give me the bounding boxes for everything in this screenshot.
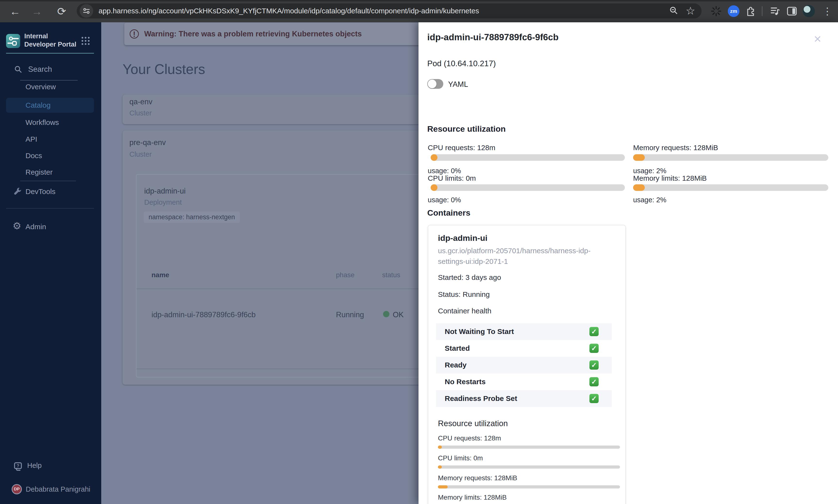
container-card: idp-admin-ui us.gcr.io/platform-205701/h…: [428, 225, 626, 504]
yaml-toggle[interactable]: [427, 79, 443, 89]
site-settings-icon[interactable]: [80, 4, 93, 18]
container-resource-heading: Resource utilization: [438, 419, 508, 428]
sidebar-item-help[interactable]: ? Help: [14, 462, 42, 470]
page-title: Your Clusters: [123, 61, 205, 77]
pod-phase-cell: Running: [336, 310, 364, 319]
metric-label: Memory limits: 128MiB: [633, 174, 707, 182]
metric-label: Memory requests: 128MiB: [438, 474, 517, 482]
sidebar-divider: [6, 208, 94, 209]
sidebar-divider: [6, 53, 94, 54]
user-name: Debabrata Panigrahi: [26, 485, 90, 493]
cluster-kind: Cluster: [129, 109, 152, 117]
search-in-page-icon[interactable]: [669, 5, 679, 16]
sidebar-item-overview[interactable]: Overview: [25, 83, 56, 91]
health-row: No Restarts ✓: [436, 374, 612, 390]
sidebar-item-catalog[interactable]: Catalog: [6, 98, 94, 113]
metric-usage: usage: 0%: [428, 167, 461, 175]
extensions-puzzle-icon[interactable]: [744, 5, 757, 17]
zoom-extension-icon[interactable]: zm: [727, 5, 740, 17]
sidebar-item-workflows[interactable]: Workflows: [25, 119, 59, 127]
browser-menu-icon[interactable]: ⋮: [821, 5, 834, 17]
metric-label: CPU limits: 0m: [438, 454, 483, 462]
pod-subtitle: Pod (10.64.10.217): [427, 59, 496, 68]
sidebar-item-register[interactable]: Register: [25, 168, 53, 176]
user-avatar: DP: [12, 484, 22, 494]
containers-heading: Containers: [427, 208, 470, 218]
metric-label: Memory limits: 128MiB: [438, 493, 507, 501]
bookmark-star-icon[interactable]: ☆: [686, 5, 695, 16]
column-header-phase: phase: [336, 271, 354, 279]
container-image: settings-ui:idp-2071-1: [438, 257, 508, 266]
check-icon: ✓: [589, 327, 599, 336]
cluster-name: pre-qa-env: [129, 138, 166, 147]
cpu-requests-bar: [431, 154, 625, 161]
namespace-chip: namespace: harness-nextgen: [144, 212, 240, 223]
check-icon: ✓: [589, 344, 599, 353]
loading-extension-icon[interactable]: [710, 5, 722, 17]
metric-label: CPU requests: 128m: [438, 434, 501, 442]
container-health-heading: Container health: [438, 307, 491, 315]
cpu-limits-bar: [431, 184, 625, 191]
search-icon: [14, 65, 22, 73]
cluster-name: qa-env: [129, 97, 153, 106]
status-ok-dot: [383, 311, 389, 317]
memory-requests-bar: [633, 154, 828, 161]
browser-toolbar: ← → ⟳ app.harness.io/ng/account/vpCkHKsD…: [0, 0, 838, 22]
search-underline: [20, 80, 78, 80]
container-image: us.gcr.io/platform-205701/harness/harnes…: [438, 247, 591, 255]
container-name: idp-admin-ui: [438, 233, 487, 243]
deployment-name: idp-admin-ui: [144, 187, 186, 196]
check-icon: ✓: [589, 377, 599, 386]
window-top-strip: [0, 0, 838, 1]
sidebar-item-devtools[interactable]: DevTools: [25, 187, 55, 196]
help-icon: ?: [14, 462, 22, 469]
sidebar: Internal Developer Portal Search Overvie…: [0, 22, 101, 504]
metric-usage: usage: 2%: [633, 196, 666, 204]
container-started: Started: 3 days ago: [438, 273, 501, 282]
sidebar-item-admin[interactable]: Admin: [25, 223, 46, 231]
side-panel-icon[interactable]: [786, 5, 798, 17]
pod-status-cell: OK: [393, 310, 404, 319]
memory-limits-bar: [633, 184, 828, 191]
health-row: Not Waiting To Start ✓: [436, 323, 612, 340]
yaml-toggle-label: YAML: [448, 80, 468, 89]
reload-icon[interactable]: ⟳: [54, 4, 69, 19]
check-icon: ✓: [589, 360, 599, 370]
sidebar-item-docs[interactable]: Docs: [25, 151, 42, 160]
metric-label: CPU limits: 0m: [428, 174, 476, 182]
cluster-kind: Cluster: [129, 150, 152, 158]
metric-label: Memory requests: 128MiB: [633, 144, 718, 152]
sidebar-item-api[interactable]: API: [25, 135, 37, 143]
deployment-kind: Deployment: [144, 198, 182, 206]
forward-icon: →: [30, 4, 44, 19]
column-header-name: name: [152, 271, 169, 279]
warning-text: Warning: There was a problem retrieving …: [144, 30, 362, 38]
column-header-status: status: [382, 271, 400, 279]
toolbar-separator: [762, 6, 763, 16]
browser-profile-avatar[interactable]: [803, 5, 815, 17]
health-row: Started ✓: [436, 340, 612, 357]
resource-utilization-heading: Resource utilization: [427, 124, 506, 133]
health-row: Ready ✓: [436, 357, 612, 374]
drawer-title: idp-admin-ui-7889789fc6-9f6cb: [427, 32, 559, 42]
search-input[interactable]: Search: [28, 65, 52, 74]
media-controls-icon[interactable]: [769, 5, 782, 17]
health-row: Readiness Probe Set ✓: [436, 390, 612, 407]
url-text[interactable]: app.harness.io/ng/account/vpCkHKsDSxK9_K…: [99, 7, 669, 15]
warning-icon: !: [129, 29, 139, 39]
pod-details-drawer: idp-admin-ui-7889789fc6-9f6cb × Pod (10.…: [419, 22, 838, 504]
back-icon[interactable]: ←: [8, 4, 22, 19]
address-bar[interactable]: app.harness.io/ng/account/vpCkHKsDSxK9_K…: [77, 3, 702, 18]
harness-idp-logo: [6, 34, 20, 48]
app-grid-icon[interactable]: [82, 37, 90, 45]
wrench-icon: [13, 186, 22, 196]
gear-icon: ⚙: [13, 220, 21, 231]
cpu-requests-minibar: [438, 446, 620, 449]
sidebar-search[interactable]: Search: [14, 65, 52, 74]
container-status: Status: Running: [438, 290, 490, 299]
user-menu[interactable]: DP Debabrata Panigrahi: [12, 484, 90, 494]
pod-name-cell: idp-admin-ui-7889789fc6-9f6cb: [152, 310, 256, 319]
memory-requests-minibar: [438, 485, 620, 488]
close-icon[interactable]: ×: [811, 33, 824, 44]
cpu-limits-minibar: [438, 465, 620, 469]
